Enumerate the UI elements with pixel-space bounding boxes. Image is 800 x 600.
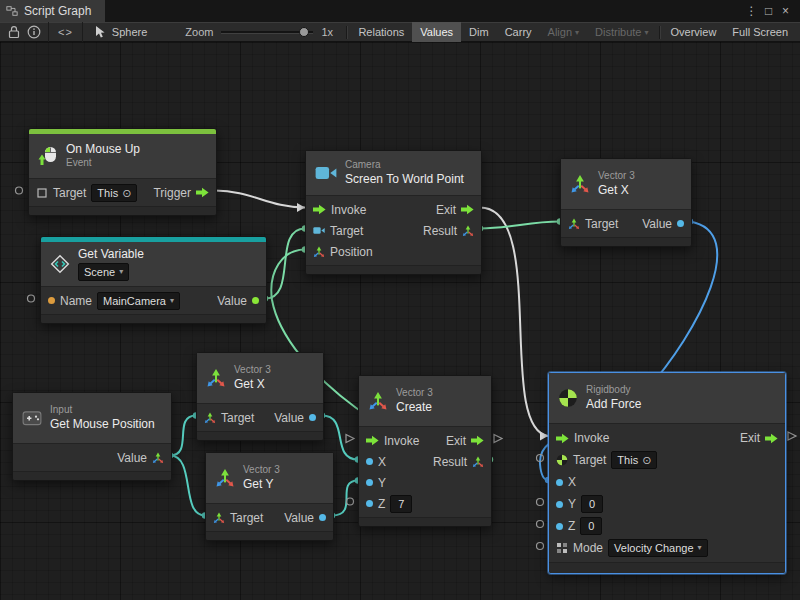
node-header[interactable]: Rigidbody Add Force: [549, 373, 785, 424]
port-row: X: [549, 471, 785, 493]
carry-button[interactable]: Carry: [497, 22, 540, 42]
float-port-icon[interactable]: [366, 458, 373, 465]
float-port-icon[interactable]: [319, 514, 326, 521]
node-vector3-get-x-mid[interactable]: Vector 3 Get X Target Value: [196, 352, 324, 441]
mode-dropdown[interactable]: Velocity Change▾: [608, 539, 708, 557]
graph-context-button[interactable]: Sphere: [87, 22, 155, 42]
node-header[interactable]: Vector 3 Get X: [561, 159, 691, 210]
port-label-invoke: Invoke: [384, 434, 419, 448]
node-title: Create: [396, 400, 433, 415]
float-port-icon[interactable]: [366, 500, 373, 507]
port-label-target: Target: [53, 186, 86, 200]
node-header[interactable]: Get Variable Scene▾: [41, 242, 266, 287]
port-row: Target Value: [197, 407, 323, 428]
node-header[interactable]: Camera Screen To World Point: [306, 151, 481, 196]
node-rigidbody-add-force[interactable]: Rigidbody Add Force Invoke Exit Target T…: [548, 372, 786, 574]
dim-button[interactable]: Dim: [461, 22, 497, 42]
z-input-field[interactable]: 0: [580, 517, 602, 535]
align-button[interactable]: Align▾: [540, 22, 587, 42]
node-header[interactable]: Input Get Mouse Position: [13, 393, 171, 444]
context-object-label: Sphere: [112, 26, 147, 38]
port-label-value: Value: [642, 217, 672, 231]
gameobject-icon[interactable]: [36, 187, 48, 199]
zoom-slider[interactable]: [221, 22, 313, 42]
vector3-port-icon[interactable]: [313, 246, 325, 258]
tab-script-graph[interactable]: Script Graph: [0, 0, 105, 22]
node-category: Input: [50, 404, 155, 417]
port-label-invoke: Invoke: [574, 431, 609, 445]
port-label-trigger: Trigger: [153, 186, 191, 200]
node-on-mouse-up[interactable]: On Mouse Up Event Target This⊙ Trigger: [28, 128, 217, 216]
variable-name-dropdown[interactable]: MainCamera▾: [97, 292, 180, 310]
y-input-field[interactable]: 0: [581, 495, 603, 513]
vector3-port-icon[interactable]: [204, 412, 216, 424]
camera-type-icon[interactable]: [313, 226, 325, 235]
flow-arrow-icon[interactable]: [313, 204, 326, 215]
node-category: Rigidbody: [586, 384, 641, 397]
close-icon[interactable]: ×: [777, 0, 794, 22]
float-port-icon[interactable]: [366, 479, 373, 486]
variable-scope-dropdown[interactable]: Scene▾: [78, 263, 129, 281]
z-input-field[interactable]: 7: [390, 495, 412, 513]
node-header[interactable]: Vector 3 Create: [359, 376, 491, 427]
zoom-slider-handle[interactable]: [299, 27, 309, 37]
vector3-port-icon[interactable]: [462, 225, 474, 237]
dropdown-caret: ▾: [170, 294, 174, 308]
node-vector3-create[interactable]: Vector 3 Create Invoke Exit X Result Y: [358, 375, 492, 527]
float-port-icon[interactable]: [556, 523, 563, 530]
node-footer: [197, 431, 323, 440]
vector3-port-icon[interactable]: [152, 452, 164, 464]
zoom-label: Zoom: [181, 26, 217, 38]
float-port-icon[interactable]: [556, 501, 563, 508]
relations-button[interactable]: Relations: [350, 22, 412, 42]
vector3-port-icon[interactable]: [213, 512, 225, 524]
port-row: Target Value: [561, 213, 691, 234]
object-picker-icon[interactable]: ⊙: [642, 453, 651, 467]
port-label-z: Z: [378, 497, 385, 511]
port-row: Target This⊙: [549, 449, 785, 471]
overview-button[interactable]: Overview: [663, 22, 725, 42]
node-header[interactable]: Vector 3 Get X: [197, 353, 323, 404]
node-footer: [359, 517, 491, 526]
node-header[interactable]: Vector 3 Get Y: [206, 453, 333, 504]
flow-arrow-icon[interactable]: [765, 433, 778, 444]
flow-arrow-icon[interactable]: [366, 435, 379, 446]
string-port-icon[interactable]: [48, 297, 55, 304]
vector3-port-icon[interactable]: [472, 456, 484, 468]
node-vector3-get-y[interactable]: Vector 3 Get Y Target Value: [205, 452, 334, 541]
flow-arrow-icon[interactable]: [556, 433, 569, 444]
node-get-mouse-position[interactable]: Input Get Mouse Position Value: [12, 392, 172, 481]
port-label-exit: Exit: [740, 431, 760, 445]
rigidbody-type-icon[interactable]: [556, 454, 568, 466]
menu-icon[interactable]: ⋮: [743, 0, 760, 22]
object-picker-icon[interactable]: ⊙: [122, 186, 131, 200]
maximize-icon[interactable]: □: [760, 0, 777, 22]
info-icon[interactable]: [24, 22, 44, 42]
float-port-icon[interactable]: [677, 220, 684, 227]
object-field-this[interactable]: This⊙: [91, 184, 137, 202]
object-field-this[interactable]: This⊙: [611, 451, 657, 469]
node-vector3-get-x-top[interactable]: Vector 3 Get X Target Value: [560, 158, 692, 247]
flow-arrow-icon[interactable]: [196, 187, 209, 198]
window-titlebar: Script Graph ⋮ □ ×: [0, 0, 800, 22]
node-screen-to-world-point[interactable]: Camera Screen To World Point Invoke Exit…: [305, 150, 482, 275]
distribute-button[interactable]: Distribute▾: [587, 22, 656, 42]
node-footer: [41, 314, 266, 323]
flow-arrow-icon[interactable]: [471, 435, 484, 446]
values-button[interactable]: Values: [412, 22, 461, 42]
port-row: Y: [359, 472, 491, 493]
vector3-port-icon[interactable]: [568, 218, 580, 230]
flow-arrow-icon[interactable]: [461, 204, 474, 215]
float-port-icon[interactable]: [309, 414, 316, 421]
enum-icon[interactable]: [556, 542, 568, 554]
code-icon[interactable]: <>: [48, 22, 83, 42]
node-get-variable[interactable]: Get Variable Scene▾ Name MainCamera▾ Val…: [40, 236, 267, 324]
float-port-icon[interactable]: [556, 479, 563, 486]
value-port-icon[interactable]: [252, 297, 259, 304]
port-label-invoke: Invoke: [331, 203, 366, 217]
port-label-x: X: [378, 455, 386, 469]
node-header[interactable]: On Mouse Up Event: [29, 134, 216, 179]
port-label-y: Y: [378, 476, 386, 490]
lock-icon[interactable]: [4, 22, 24, 42]
full-screen-button[interactable]: Full Screen: [724, 22, 796, 42]
